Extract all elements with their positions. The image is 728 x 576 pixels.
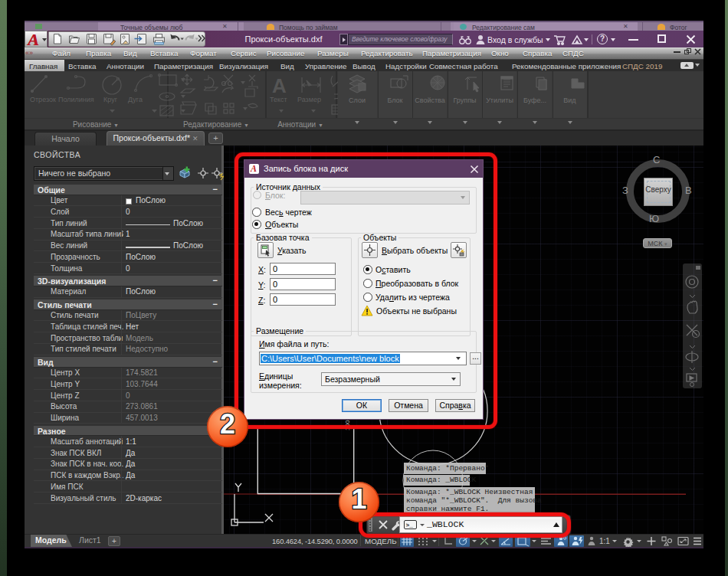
svg-text:Дуга: Дуга: [128, 96, 143, 103]
svg-text:A: A: [272, 74, 287, 97]
svg-text:Размер: Размер: [297, 96, 321, 103]
svg-text:Полилиния: Полилиния: [58, 96, 94, 103]
svg-text:Круг: Круг: [103, 96, 118, 103]
svg-text:Отрезок: Отрезок: [30, 96, 56, 103]
svg-text:Текст: Текст: [270, 96, 287, 103]
